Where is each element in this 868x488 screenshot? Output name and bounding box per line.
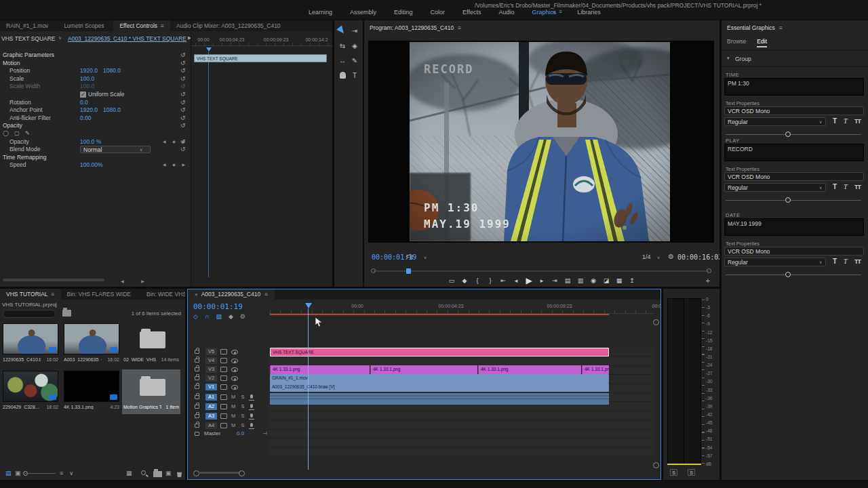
step-back-button[interactable]: ◂	[513, 277, 519, 284]
list-view-button[interactable]: ▤	[5, 470, 12, 476]
effect-parameter-row[interactable]: ✓ Scale 100.0 ∨ ◀ ◆ ▶ ↺	[0, 75, 190, 83]
reset-parameter-icon[interactable]: ↺	[180, 99, 186, 106]
parameter-value[interactable]: 0.0	[80, 99, 88, 106]
layer-text-field[interactable]: MAY.19 1999	[724, 218, 864, 236]
mark-in-button[interactable]: {	[474, 277, 481, 284]
reset-parameter-icon[interactable]: ↺	[180, 60, 186, 66]
ripple-edit-tool[interactable]: ⇆	[337, 41, 348, 50]
play-button[interactable]: ▶	[526, 276, 532, 285]
workspace-tab[interactable]: Libraries	[577, 9, 604, 16]
chevron-down-icon[interactable]: ∨	[140, 147, 142, 152]
workspace-menu-icon[interactable]: ≡	[559, 9, 563, 16]
mini-playhead-icon[interactable]	[206, 47, 212, 54]
mask-shape-icons[interactable]: ◯ ▢ ✎	[3, 130, 32, 136]
effect-parameter-row[interactable]: ✓ Graphic Parameters ∨ ◀ ◆ ▶ ↺	[0, 52, 190, 60]
settings-button[interactable]: ▭	[448, 277, 455, 284]
rolling-edit-tool[interactable]: ◈	[349, 41, 360, 50]
layer-text-field[interactable]: RECORD	[724, 144, 864, 161]
chevron-down-icon[interactable]: ∨	[819, 185, 822, 190]
pen-tool[interactable]: ✎	[349, 56, 360, 65]
all-caps-icon[interactable]: TT	[854, 118, 861, 125]
scroll-arrows[interactable]: ◀ ▶	[121, 279, 153, 283]
all-caps-icon[interactable]: TT	[854, 258, 861, 265]
new-item-icon[interactable]: ▣	[165, 470, 172, 476]
effect-parameter-row[interactable]: ✓ ◯ ▢ ✎ ∨ ◀ ◆ ▶ ↺	[0, 130, 190, 138]
workspace-tab[interactable]: Assembly	[350, 9, 379, 16]
reset-parameter-icon[interactable]: ↺	[180, 146, 186, 152]
scrollbar[interactable]	[3, 279, 104, 281]
font-size-slider[interactable]	[726, 272, 861, 278]
faux-italic-icon[interactable]: T	[844, 183, 848, 190]
reset-parameter-icon[interactable]: ↺	[180, 138, 186, 145]
effect-parameter-row[interactable]: ✓ Anti-flicker Filter 0.00 ∨ ◀ ◆ ▶ ↺	[0, 115, 190, 123]
eg-tab[interactable]: Browse	[727, 38, 746, 47]
group-row[interactable]: Group	[735, 56, 751, 62]
comparison-view-button[interactable]: ◪	[603, 277, 610, 284]
step-forward-button[interactable]: ▸	[538, 277, 545, 284]
workspace-tab[interactable]: Learning	[309, 9, 335, 16]
project-item-bin[interactable]: Motion Graphics Templ... 1 Item	[122, 369, 180, 414]
panel-tab[interactable]: Lumetri Scopes	[58, 20, 113, 31]
parameter-value[interactable]: 1080.0	[103, 67, 121, 74]
export-button[interactable]: ↥	[629, 277, 635, 284]
timeline-clip[interactable]: 4K 1.33.1.png	[270, 365, 370, 374]
faux-italic-icon[interactable]: T	[844, 258, 848, 265]
reset-parameter-icon[interactable]: ↺	[180, 83, 186, 89]
effect-parameter-row[interactable]: ✓ Opacity 100.0 % ∨ ◀ ◆ ▶ ↺	[0, 138, 190, 146]
extract-button[interactable]: ▥	[577, 277, 584, 284]
font-size-slider[interactable]	[726, 131, 861, 138]
track-select-forward-tool[interactable]: ⇥	[349, 26, 360, 35]
chevron-down-icon[interactable]: ∨	[424, 255, 427, 260]
lift-button[interactable]: ▤	[564, 277, 571, 284]
workspace-overflow-icon[interactable]: »	[552, 9, 555, 16]
timeline-clip[interactable]: VHS TEXT SQUARE	[270, 348, 609, 357]
layer-text-field[interactable]: PM 1:30	[724, 78, 864, 96]
go-to-out-button[interactable]: ⇥	[551, 277, 558, 284]
reset-parameter-icon[interactable]: ↺	[180, 67, 186, 74]
font-family-select[interactable]: VCR OSD Mono	[724, 172, 864, 181]
keyframe-nav-icons[interactable]: ◀ ◆ ▶	[163, 162, 188, 167]
hand-tool[interactable]	[337, 70, 348, 80]
font-family-select[interactable]: VCR OSD Mono	[724, 247, 864, 256]
horizontal-zoom-scrollbar[interactable]	[193, 470, 245, 475]
parameter-value[interactable]: 1920.0	[80, 106, 98, 113]
timeline-clip[interactable]: GRAIN_#1_1.mov	[270, 374, 609, 383]
program-scrubber[interactable]	[371, 268, 711, 274]
mini-timeline-clip[interactable]: VHS TEXT SQUARE	[194, 54, 327, 62]
panel-tab[interactable]: Effect Controls≡	[113, 20, 170, 31]
master-clip-label[interactable]: VHS TEXT SQUARE	[1, 35, 56, 42]
export-frame-button[interactable]: ◉	[590, 277, 597, 284]
reset-parameter-icon[interactable]: ↺	[180, 115, 186, 121]
monitor-settings-icon[interactable]: ⚙	[668, 253, 674, 260]
meter-solo-left-button[interactable]: S	[670, 469, 677, 476]
sort-button[interactable]: ≡	[60, 470, 63, 476]
faux-bold-icon[interactable]: T	[833, 183, 837, 190]
effect-parameter-row[interactable]: ✓ Uniform Scale ∨ ◀ ◆ ▶ ↺	[0, 91, 190, 99]
caret-down-icon[interactable]: ▾	[727, 56, 730, 61]
scrubber-start-handle[interactable]	[371, 268, 376, 273]
parameter-value[interactable]: 1080.0	[103, 106, 121, 113]
parameter-value[interactable]: 100.0	[80, 75, 94, 82]
playhead-handle[interactable]	[305, 303, 312, 312]
program-monitor-video[interactable]: RECORD PM 1:30 MAY.19 1999	[368, 41, 714, 243]
font-style-select[interactable]: Regular	[724, 183, 826, 192]
chevron-down-icon[interactable]: ∨	[58, 35, 62, 41]
faux-bold-icon[interactable]: T	[833, 117, 837, 125]
mini-timeline-ruler[interactable]: 00:0000:00:04:2300:00:09:2300:00:14:2	[191, 35, 332, 46]
effect-parameter-row[interactable]: ✓ Motion ∨ ◀ ◆ ▶ ↺	[0, 60, 190, 68]
project-item-clip[interactable]: A003_12290635_C410 16:02	[62, 322, 121, 367]
effect-parameter-row[interactable]: ✓ Speed 100.00% ∨ ◀ ◆ ▶ ↺	[0, 161, 190, 169]
new-bin-icon[interactable]	[153, 471, 162, 477]
timeline-clip[interactable]: 4K 1.33.1.png	[370, 365, 477, 374]
parameter-value[interactable]: 100.0	[80, 83, 94, 89]
chevron-down-icon[interactable]: ∨	[657, 255, 660, 260]
font-size-slider[interactable]	[726, 197, 861, 203]
timeline-clip[interactable]: A003_12290635_C410.braw [V]	[270, 383, 609, 392]
timeline-clip[interactable]: 4K 1.33.1.png	[478, 365, 581, 374]
thumbnail-zoom-slider[interactable]	[24, 473, 56, 474]
eg-tab[interactable]: Edit	[757, 38, 767, 47]
workspace-tab[interactable]: Color	[431, 9, 448, 16]
faux-bold-icon[interactable]: T	[833, 258, 837, 265]
parameter-value[interactable]: 0.00	[80, 115, 92, 121]
effect-parameter-row[interactable]: ✓ Anchor Point 1920.0 1080.0 ∨ ◀ ◆ ▶ ↺	[0, 106, 190, 115]
